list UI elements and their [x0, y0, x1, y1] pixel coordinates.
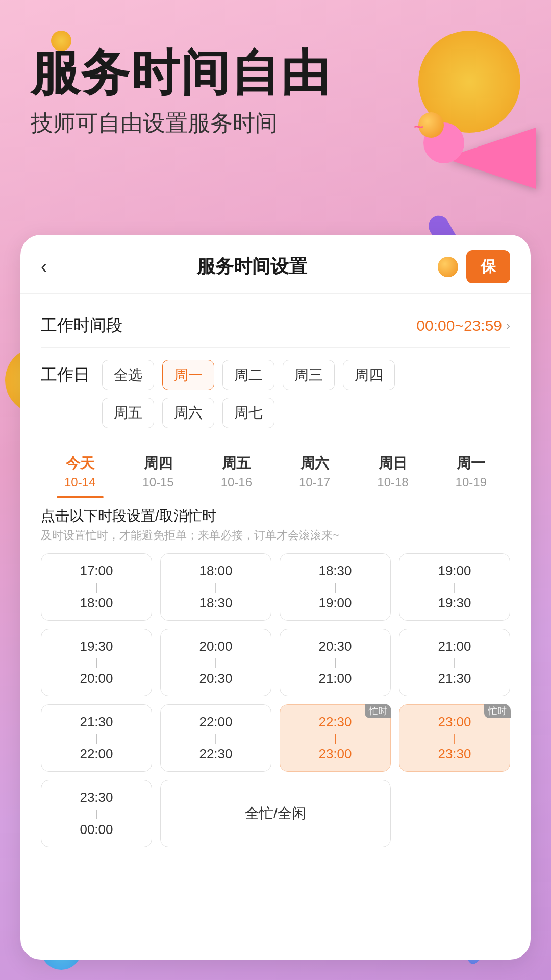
slot-end: 21:00: [285, 671, 385, 687]
time-slot-2300[interactable]: 忙时 23:00 | 23:30: [399, 704, 510, 772]
all-busy-button[interactable]: 全忙/全闲: [160, 780, 391, 847]
busy-badge-2300: 忙时: [484, 704, 511, 718]
slot-start: 23:30: [46, 790, 146, 805]
slot-dash: |: [166, 579, 266, 595]
date-tab-sun[interactable]: 周日 10-18: [354, 449, 432, 498]
time-slot-2230[interactable]: 忙时 22:30 | 23:00: [280, 704, 391, 772]
slot-end: 22:30: [166, 746, 266, 762]
instruction-main: 点击以下时段设置/取消忙时: [41, 506, 510, 526]
slot-end: 23:00: [285, 746, 385, 762]
slot-start: 22:00: [166, 714, 266, 730]
slot-dash: |: [166, 730, 266, 746]
weekday-btn-thu[interactable]: 周四: [343, 360, 395, 390]
hero-title: 服务时间自由: [31, 46, 520, 100]
slot-dash: |: [405, 579, 505, 595]
weekday-btn-wed[interactable]: 周三: [283, 360, 335, 390]
time-slot-1830[interactable]: 18:30 | 19:00: [280, 553, 391, 621]
slot-end: 22:00: [46, 746, 146, 762]
back-button[interactable]: ‹: [41, 256, 66, 278]
work-hours-label: 工作时间段: [41, 314, 122, 337]
date-tab-fri[interactable]: 周五 10-16: [197, 449, 276, 498]
slot-end: 18:00: [46, 595, 146, 611]
slot-dash: |: [46, 805, 146, 822]
slot-start: 21:30: [46, 714, 146, 730]
slot-dash: |: [285, 654, 385, 671]
date-tab-mon-num: 10-19: [432, 475, 510, 489]
work-hours-value-area[interactable]: 00:00~23:59 ›: [416, 317, 510, 334]
time-slot-2100[interactable]: 21:00 | 21:30: [399, 629, 510, 696]
slot-start: 18:30: [285, 563, 385, 579]
weekday-row2: 周五 周六 周七: [41, 398, 510, 428]
slot-dash: |: [46, 654, 146, 671]
slot-end: 19:30: [405, 595, 505, 611]
time-slots-grid-bottom: 23:30 | 00:00 全忙/全闲: [41, 780, 510, 847]
weekday-row1: 工作日 全选 周一 周二 周三 周四: [41, 360, 510, 390]
date-tab-sun-name: 周日: [354, 454, 432, 473]
page-title: 服务时间设置: [197, 254, 307, 279]
date-tab-sun-num: 10-18: [354, 475, 432, 489]
slot-end: 00:00: [46, 822, 146, 838]
weekday-btn-tue[interactable]: 周二: [222, 360, 274, 390]
date-tab-sat[interactable]: 周六 10-17: [276, 449, 354, 498]
date-tab-thu-name: 周四: [119, 454, 197, 473]
weekday-btn-sun[interactable]: 周七: [222, 398, 274, 428]
date-tab-underline: [57, 496, 104, 498]
date-tabs: 今天 10-14 周四 10-15 周五 10-16 周六 10-17 周日 1…: [41, 449, 510, 498]
time-slots-grid-row3: 21:30 | 22:00 22:00 | 22:30 忙时 22:30 | 2…: [41, 704, 510, 772]
slot-end: 23:30: [405, 746, 505, 762]
slot-start: 18:00: [166, 563, 266, 579]
date-tab-today-num: 10-14: [41, 475, 119, 489]
weekday-label: 工作日: [41, 364, 90, 386]
time-slot-1800[interactable]: 18:00 | 18:30: [160, 553, 271, 621]
time-slots-grid-row1: 17:00 | 18:00 18:00 | 18:30 18:30 | 19:0…: [41, 553, 510, 621]
date-tab-thu[interactable]: 周四 10-15: [119, 449, 197, 498]
slot-end: 19:00: [285, 595, 385, 611]
card-header: ‹ 服务时间设置 保: [20, 235, 531, 294]
date-tab-sat-num: 10-17: [276, 475, 354, 489]
slot-start: 19:30: [46, 639, 146, 654]
date-tab-fri-name: 周五: [197, 454, 276, 473]
date-tab-thu-num: 10-15: [119, 475, 197, 489]
time-slot-1930[interactable]: 19:30 | 20:00: [41, 629, 152, 696]
time-slot-2000[interactable]: 20:00 | 20:30: [160, 629, 271, 696]
date-tab-today-name: 今天: [41, 454, 119, 473]
weekday-section: 工作日 全选 周一 周二 周三 周四 周五 周六 周七: [41, 348, 510, 436]
card-body: 工作时间段 00:00~23:59 › 工作日 全选 周一 周二 周三 周四 周…: [20, 294, 531, 960]
date-tab-fri-num: 10-16: [197, 475, 276, 489]
main-card: ‹ 服务时间设置 保 工作时间段 00:00~23:59 › 工作日 全选 周一…: [20, 235, 531, 960]
slot-start: 21:00: [405, 639, 505, 654]
slot-start: 17:00: [46, 563, 146, 579]
header-right-area: 保: [438, 250, 510, 283]
slot-dash: |: [285, 730, 385, 746]
work-hours-row[interactable]: 工作时间段 00:00~23:59 ›: [41, 304, 510, 348]
weekday-btn-all[interactable]: 全选: [102, 360, 154, 390]
time-slot-2030[interactable]: 20:30 | 21:00: [280, 629, 391, 696]
time-slot-1900[interactable]: 19:00 | 19:30: [399, 553, 510, 621]
slot-end: 18:30: [166, 595, 266, 611]
slot-dash: |: [285, 579, 385, 595]
weekday-btn-sat[interactable]: 周六: [162, 398, 214, 428]
instruction-sub: 及时设置忙时，才能避免拒单；来单必接，订单才会滚滚来~: [41, 528, 510, 543]
slot-dash: |: [46, 730, 146, 746]
time-slot-2200[interactable]: 22:00 | 22:30: [160, 704, 271, 772]
header-decoration-ball: [438, 257, 458, 277]
busy-badge-2230: 忙时: [365, 704, 391, 718]
slot-start: 20:30: [285, 639, 385, 654]
slot-end: 20:30: [166, 671, 266, 687]
slot-dash: |: [405, 730, 505, 746]
date-tab-mon[interactable]: 周一 10-19: [432, 449, 510, 498]
date-tab-today[interactable]: 今天 10-14: [41, 449, 119, 498]
date-tab-mon-name: 周一: [432, 454, 510, 473]
slot-end: 20:00: [46, 671, 146, 687]
time-slot-1700[interactable]: 17:00 | 18:00: [41, 553, 152, 621]
slot-end: 21:30: [405, 671, 505, 687]
weekday-btn-mon1[interactable]: 周一: [162, 360, 214, 390]
time-slot-2130[interactable]: 21:30 | 22:00: [41, 704, 152, 772]
date-tab-sat-name: 周六: [276, 454, 354, 473]
slot-dash: |: [46, 579, 146, 595]
work-hours-value: 00:00~23:59: [416, 317, 502, 334]
weekday-btn-fri[interactable]: 周五: [102, 398, 154, 428]
time-slots-grid-row2: 19:30 | 20:00 20:00 | 20:30 20:30 | 21:0…: [41, 629, 510, 696]
time-slot-2330[interactable]: 23:30 | 00:00: [41, 780, 152, 847]
save-button[interactable]: 保: [466, 250, 510, 283]
